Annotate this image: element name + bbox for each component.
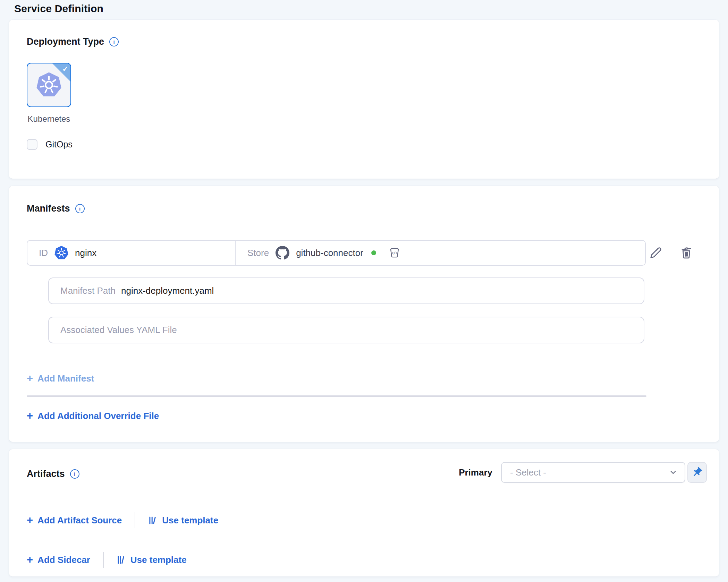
- add-manifest-label: Add Manifest: [37, 373, 94, 384]
- primary-select-placeholder: - Select -: [510, 467, 668, 478]
- template-library-icon: [117, 555, 126, 565]
- artifacts-heading: Artifacts: [27, 469, 65, 479]
- gitops-label: GitOps: [45, 139, 73, 149]
- manifests-header: Manifests i: [27, 203, 85, 214]
- plus-icon: +: [27, 373, 33, 384]
- pin-icon: [691, 467, 703, 478]
- info-icon[interactable]: i: [75, 204, 85, 213]
- values-yaml-placeholder: Associated Values YAML File: [60, 325, 177, 335]
- use-template-label: Use template: [130, 555, 187, 565]
- deployment-type-kubernetes-tile[interactable]: ✓: [27, 63, 71, 107]
- manifest-store-section: Store github-connector: [236, 241, 645, 265]
- artifacts-header: Artifacts i: [27, 469, 79, 479]
- manifests-heading: Manifests: [27, 203, 70, 214]
- add-manifest-button[interactable]: + Add Manifest: [27, 373, 94, 384]
- deployment-type-header: Deployment Type i: [27, 36, 119, 47]
- template-library-icon: [148, 516, 158, 525]
- primary-label: Primary: [459, 467, 492, 478]
- add-override-file-label: Add Additional Override File: [37, 411, 159, 421]
- section-divider: [27, 395, 646, 397]
- manifest-row-actions: [649, 246, 693, 259]
- manifest-store-label: Store: [247, 248, 269, 258]
- manifest-id-value: nginx: [75, 248, 96, 258]
- deployment-type-heading: Deployment Type: [27, 36, 104, 47]
- vertical-divider: [135, 512, 135, 528]
- manifest-path-prefix: Manifest Path: [60, 285, 116, 296]
- primary-artifact-select[interactable]: - Select -: [501, 462, 685, 483]
- kubernetes-manifest-icon: [54, 246, 69, 260]
- manifest-path-field[interactable]: Manifest Path nginx-deployment.yaml: [48, 277, 644, 304]
- kubernetes-tile-label: Kubernetes: [27, 114, 71, 124]
- use-template-label: Use template: [162, 515, 218, 526]
- page-title: Service Definition: [14, 3, 103, 15]
- pin-primary-button[interactable]: [687, 462, 707, 483]
- gitops-checkbox[interactable]: [27, 139, 37, 150]
- code-store-icon: [388, 247, 401, 259]
- add-sidecar-label: Add Sidecar: [37, 555, 90, 565]
- values-yaml-field[interactable]: Associated Values YAML File: [48, 317, 644, 343]
- gitops-row: GitOps: [27, 139, 73, 150]
- plus-icon: +: [27, 554, 33, 565]
- use-template-sidecar-button[interactable]: Use template: [117, 555, 187, 565]
- add-override-file-button[interactable]: + Add Additional Override File: [27, 411, 159, 421]
- plus-icon: +: [27, 515, 33, 525]
- artifacts-card: Artifacts i Primary - Select - + Add Art…: [9, 449, 719, 576]
- manifest-row[interactable]: ID nginx Store github-connector: [27, 240, 646, 266]
- manifest-store-value: github-connector: [296, 248, 363, 258]
- manifest-id-section: ID nginx: [27, 241, 236, 265]
- connector-status-dot: [371, 250, 376, 255]
- vertical-divider: [103, 552, 104, 568]
- delete-manifest-icon[interactable]: [679, 246, 693, 259]
- edit-manifest-icon[interactable]: [649, 246, 663, 259]
- add-artifact-source-label: Add Artifact Source: [37, 515, 122, 526]
- add-sidecar-button[interactable]: + Add Sidecar: [27, 555, 90, 565]
- info-icon[interactable]: i: [70, 469, 79, 479]
- artifact-source-actions: + Add Artifact Source Use template: [27, 512, 218, 528]
- deployment-type-card: Deployment Type i ✓ Kubernetes GitOps: [9, 20, 719, 179]
- check-icon: ✓: [62, 65, 68, 73]
- info-icon[interactable]: i: [109, 37, 119, 46]
- chevron-down-icon: [668, 467, 678, 478]
- manifest-path-value: nginx-deployment.yaml: [121, 285, 214, 296]
- add-artifact-source-button[interactable]: + Add Artifact Source: [27, 515, 122, 526]
- manifests-card: Manifests i ID nginx Store github-connec…: [9, 186, 719, 442]
- manifest-id-label: ID: [39, 248, 48, 258]
- plus-icon: +: [27, 410, 33, 421]
- sidecar-actions: + Add Sidecar Use template: [27, 552, 187, 568]
- primary-artifact-row: Primary - Select -: [459, 462, 707, 483]
- use-template-artifact-button[interactable]: Use template: [148, 515, 218, 526]
- github-icon: [276, 246, 289, 260]
